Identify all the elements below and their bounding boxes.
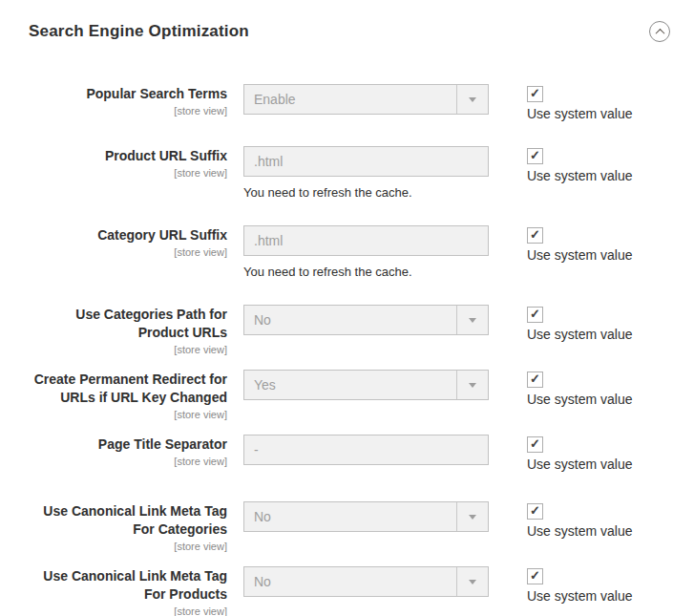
select-value: Yes [254, 377, 276, 393]
control-column [243, 435, 489, 465]
use-system-value-label[interactable]: Use system value [527, 588, 632, 604]
label-column: Page Title Separator [store view] [29, 435, 227, 469]
field-label: Popular Search Terms [29, 85, 227, 103]
field-label: Page Title Separator [29, 435, 227, 454]
label-column: Use Canonical Link Meta Tag For Products… [29, 566, 227, 616]
field-row-product-url-suffix: Product URL Suffix [store view] You need… [29, 146, 670, 201]
use-system-value-label[interactable]: Use system value [527, 168, 632, 183]
select-value: Enable [254, 92, 296, 107]
checkmark-icon: ✓ [530, 504, 540, 517]
use-default-column: ✓ Use system value [527, 146, 632, 183]
use-system-value-label[interactable]: Use system value [527, 392, 632, 407]
label-column: Create Permanent Redirect for URLs if UR… [29, 370, 227, 422]
field-row-permanent-redirect: Create Permanent Redirect for URLs if UR… [29, 370, 670, 422]
field-label: Category URL Suffix [29, 226, 227, 244]
scope-label: [store view] [29, 605, 227, 616]
canonical-categories-select[interactable]: No [243, 501, 489, 532]
popular-search-terms-select[interactable]: Enable [243, 84, 489, 115]
use-system-value-checkbox[interactable]: ✓ [527, 503, 543, 520]
field-row-page-title-separator: Page Title Separator [store view] ✓ Use … [29, 435, 670, 472]
select-value: No [254, 509, 271, 524]
use-default-column: ✓ Use system value [527, 435, 632, 472]
use-system-value-label[interactable]: Use system value [527, 523, 632, 539]
page-title-separator-input[interactable] [243, 435, 489, 465]
scope-label: [store view] [29, 408, 227, 422]
dropdown-arrow-icon [456, 371, 488, 399]
chevron-up-icon [655, 28, 664, 37]
cache-refresh-note: You need to refresh the cache. [243, 184, 489, 201]
category-url-suffix-input[interactable] [243, 225, 489, 256]
label-column: Category URL Suffix [store view] [29, 225, 227, 260]
use-system-value-label[interactable]: Use system value [527, 247, 632, 263]
field-row-category-url-suffix: Category URL Suffix [store view] You nee… [29, 225, 670, 280]
control-column: You need to refresh the cache. [243, 225, 489, 280]
use-system-value-label[interactable]: Use system value [527, 327, 632, 342]
select-value: No [254, 312, 271, 328]
checkmark-icon: ✓ [530, 569, 540, 582]
permanent-redirect-select[interactable]: Yes [243, 370, 489, 400]
checkmark-icon: ✓ [530, 308, 540, 320]
field-row-canonical-categories: Use Canonical Link Meta Tag For Categori… [29, 501, 670, 554]
scope-label: [store view] [29, 245, 227, 260]
label-column: Use Categories Path for Product URLs [st… [29, 305, 227, 357]
control-column: No [243, 305, 489, 335]
cache-refresh-note: You need to refresh the cache. [243, 264, 489, 280]
field-row-use-categories-path: Use Categories Path for Product URLs [st… [29, 305, 670, 357]
section-header: Search Engine Optimization [29, 19, 670, 43]
use-system-value-checkbox[interactable]: ✓ [527, 307, 543, 323]
field-label: Use Canonical Link Meta Tag For Products [29, 567, 227, 604]
checkmark-icon: ✓ [530, 437, 540, 450]
canonical-products-select[interactable]: No [243, 566, 489, 597]
control-column: Enable [243, 84, 489, 115]
collapse-section-button[interactable] [649, 21, 670, 42]
field-row-canonical-products: Use Canonical Link Meta Tag For Products… [29, 566, 670, 616]
label-column: Product URL Suffix [store view] [29, 146, 227, 181]
field-label: Use Categories Path for Product URLs [29, 306, 227, 342]
field-row-popular-search-terms: Popular Search Terms [store view] Enable… [29, 84, 670, 121]
use-system-value-label[interactable]: Use system value [527, 106, 632, 121]
scope-label: [store view] [29, 104, 227, 118]
scope-label: [store view] [29, 166, 227, 181]
use-default-column: ✓ Use system value [527, 84, 632, 121]
use-system-value-label[interactable]: Use system value [527, 457, 632, 472]
use-system-value-checkbox[interactable]: ✓ [527, 86, 543, 102]
dropdown-arrow-icon [456, 85, 488, 114]
dropdown-arrow-icon [456, 567, 488, 596]
checkmark-icon: ✓ [530, 372, 540, 385]
scope-label: [store view] [29, 343, 227, 357]
select-value: No [254, 574, 271, 589]
field-rows: Popular Search Terms [store view] Enable… [29, 84, 670, 616]
seo-settings-section: Search Engine Optimization Popular Searc… [0, 0, 694, 616]
use-default-column: ✓ Use system value [527, 225, 632, 263]
label-column: Use Canonical Link Meta Tag For Categori… [29, 501, 227, 554]
use-default-column: ✓ Use system value [527, 501, 632, 539]
use-system-value-checkbox[interactable]: ✓ [527, 227, 543, 244]
field-label: Create Permanent Redirect for URLs if UR… [29, 371, 227, 407]
section-title: Search Engine Optimization [29, 19, 249, 43]
label-column: Popular Search Terms [store view] [29, 84, 227, 118]
use-default-column: ✓ Use system value [527, 566, 632, 604]
product-url-suffix-input[interactable] [243, 146, 489, 177]
control-column: No [243, 501, 489, 532]
use-system-value-checkbox[interactable]: ✓ [527, 436, 543, 453]
checkmark-icon: ✓ [530, 87, 540, 99]
dropdown-arrow-icon [456, 502, 488, 531]
use-default-column: ✓ Use system value [527, 370, 632, 407]
field-label: Use Canonical Link Meta Tag For Categori… [29, 502, 227, 539]
use-categories-path-select[interactable]: No [243, 305, 489, 335]
checkmark-icon: ✓ [530, 228, 540, 241]
dropdown-arrow-icon [456, 306, 488, 334]
field-label: Product URL Suffix [29, 147, 227, 165]
use-system-value-checkbox[interactable]: ✓ [527, 148, 543, 164]
control-column: No [243, 566, 489, 597]
control-column: You need to refresh the cache. [243, 146, 489, 201]
use-system-value-checkbox[interactable]: ✓ [527, 372, 543, 388]
scope-label: [store view] [29, 455, 227, 469]
scope-label: [store view] [29, 540, 227, 554]
use-system-value-checkbox[interactable]: ✓ [527, 568, 543, 584]
control-column: Yes [243, 370, 489, 400]
checkmark-icon: ✓ [530, 149, 540, 161]
use-default-column: ✓ Use system value [527, 305, 632, 342]
